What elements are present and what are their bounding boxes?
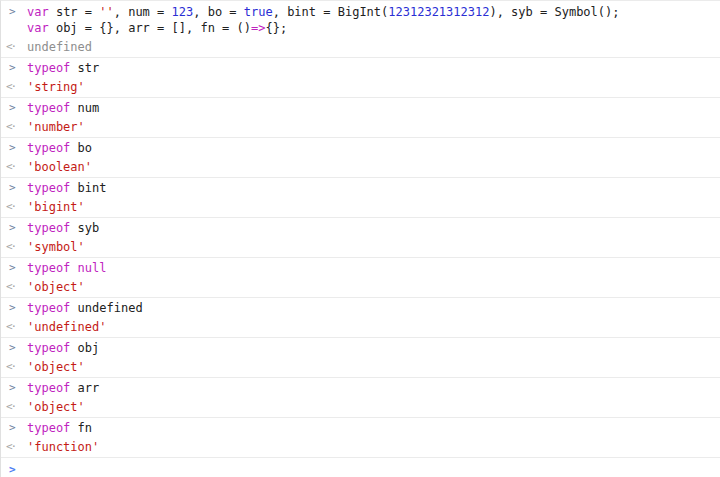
- console-result-row: <·undefined: [1, 38, 720, 58]
- result-arrow-icon: <·: [1, 319, 27, 335]
- code-token: , num =: [114, 5, 172, 19]
- prompt-history-icon: >: [1, 180, 27, 196]
- console-command-row: >typeof bint: [1, 178, 720, 198]
- code-token: 'object': [27, 280, 85, 294]
- prompt-history-icon: >: [1, 60, 27, 76]
- console-log: >var str = '', num = 123, bo = true, bin…: [1, 2, 720, 477]
- console-command-row: >typeof bo: [1, 138, 720, 158]
- code-token: obj = {}, arr = [], fn = (): [49, 21, 251, 35]
- code-token: 'bigint': [27, 200, 85, 214]
- code-token: 'object': [27, 360, 85, 374]
- console-command-row: >typeof obj: [1, 338, 720, 358]
- result-arrow-icon: <·: [1, 439, 27, 455]
- prompt-history-icon: >: [1, 140, 27, 156]
- prompt-icon: >: [1, 462, 27, 477]
- console-command-row: >var str = '', num = 123, bo = true, bin…: [1, 2, 720, 38]
- console-input[interactable]: [27, 462, 720, 477]
- result-text: 'undefined': [27, 319, 720, 335]
- code-token: , bint = BigInt(: [273, 5, 389, 19]
- result-text: 'bigint': [27, 199, 720, 215]
- code-token: typeof: [27, 341, 70, 355]
- code-token: 12312321312312: [388, 5, 489, 19]
- code-token: , bo =: [193, 5, 244, 19]
- result-arrow-icon: <·: [1, 119, 27, 135]
- result-arrow-icon: <·: [1, 399, 27, 415]
- code-token: syb: [70, 221, 99, 235]
- code-token: typeof: [27, 181, 70, 195]
- result-arrow-icon: <·: [1, 239, 27, 255]
- prompt-history-icon: >: [1, 4, 27, 20]
- code-token: fn: [70, 421, 92, 435]
- code-token: 'string': [27, 80, 85, 94]
- console-result-row: <·'object': [1, 358, 720, 378]
- console-result-row: <·'boolean': [1, 158, 720, 178]
- code-token: typeof: [27, 141, 70, 155]
- result-text: 'symbol': [27, 239, 720, 255]
- command-text: typeof bint: [27, 180, 720, 196]
- prompt-history-icon: >: [1, 220, 27, 236]
- console-command-row: >typeof str: [1, 58, 720, 78]
- result-text: undefined: [27, 39, 720, 55]
- code-token: {};: [265, 21, 287, 35]
- command-text: typeof obj: [27, 340, 720, 356]
- prompt-history-icon: >: [1, 340, 27, 356]
- code-token: typeof: [27, 61, 70, 75]
- code-token: typeof: [27, 221, 70, 235]
- code-token: typeof: [27, 101, 70, 115]
- code-token: typeof: [27, 381, 70, 395]
- prompt-history-icon: >: [1, 100, 27, 116]
- code-token: 'number': [27, 120, 85, 134]
- console-result-row: <·'object': [1, 398, 720, 418]
- command-text: typeof syb: [27, 220, 720, 236]
- console-command-row: >typeof arr: [1, 378, 720, 398]
- result-arrow-icon: <·: [1, 39, 27, 55]
- result-text: 'string': [27, 79, 720, 95]
- console-panel: >var str = '', num = 123, bo = true, bin…: [0, 0, 720, 477]
- console-command-row: >typeof undefined: [1, 298, 720, 318]
- command-text: typeof fn: [27, 420, 720, 436]
- code-token: '': [99, 5, 113, 19]
- code-token: 'object': [27, 400, 85, 414]
- prompt-history-icon: >: [1, 420, 27, 436]
- code-token: var: [27, 21, 49, 35]
- code-token: typeof: [27, 301, 70, 315]
- prompt-history-icon: >: [1, 300, 27, 316]
- code-token: undefined: [27, 40, 92, 54]
- result-text: 'boolean': [27, 159, 720, 175]
- code-token: var: [27, 5, 49, 19]
- code-token: str: [70, 61, 99, 75]
- prompt-history-icon: >: [1, 380, 27, 396]
- code-token: 'symbol': [27, 240, 85, 254]
- code-token: 123: [172, 5, 194, 19]
- command-text: typeof num: [27, 100, 720, 116]
- result-arrow-icon: <·: [1, 359, 27, 375]
- code-token: =>: [251, 21, 265, 35]
- console-command-row: >typeof num: [1, 98, 720, 118]
- result-text: 'function': [27, 439, 720, 455]
- console-input-row[interactable]: >: [1, 458, 720, 477]
- command-text: typeof null: [27, 260, 720, 276]
- code-token: obj: [70, 341, 99, 355]
- console-result-row: <·'undefined': [1, 318, 720, 338]
- result-arrow-icon: <·: [1, 279, 27, 295]
- command-text: typeof undefined: [27, 300, 720, 316]
- code-token: ), syb = Symbol();: [489, 5, 619, 19]
- code-token: arr: [70, 381, 99, 395]
- console-command-row: >typeof fn: [1, 418, 720, 438]
- code-token: 'function': [27, 440, 99, 454]
- command-text: var str = '', num = 123, bo = true, bint…: [27, 4, 720, 36]
- console-command-row: >typeof null: [1, 258, 720, 278]
- code-token: bo: [70, 141, 92, 155]
- console-result-row: <·'symbol': [1, 238, 720, 258]
- code-token: num: [70, 101, 99, 115]
- result-arrow-icon: <·: [1, 79, 27, 95]
- code-token: true: [244, 5, 273, 19]
- console-result-row: <·'function': [1, 438, 720, 458]
- console-result-row: <·'bigint': [1, 198, 720, 218]
- console-result-row: <·'number': [1, 118, 720, 138]
- code-token: 'undefined': [27, 320, 106, 334]
- code-token: typeof: [27, 261, 70, 275]
- command-text: typeof arr: [27, 380, 720, 396]
- command-text: typeof str: [27, 60, 720, 76]
- result-arrow-icon: <·: [1, 159, 27, 175]
